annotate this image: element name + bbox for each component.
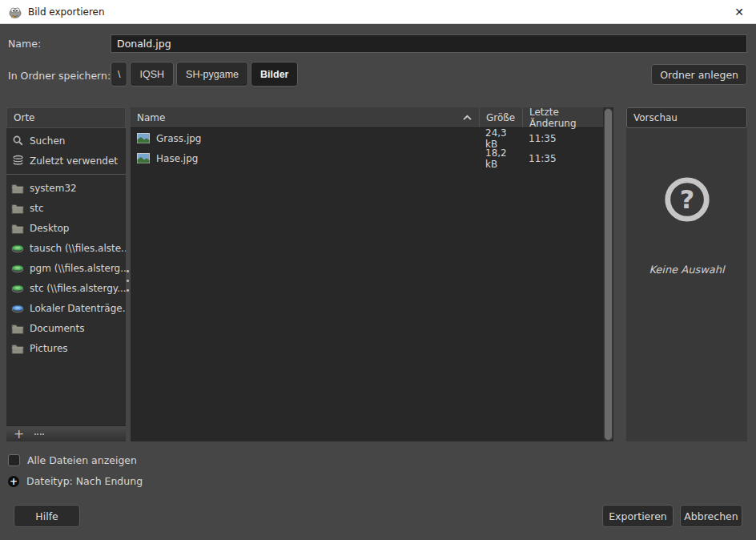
sidebar-item-label: Suchen — [30, 135, 65, 147]
file-name: Grass.jpg — [156, 133, 201, 144]
folder-icon — [11, 342, 24, 355]
column-header-modified[interactable]: Letzte Änderung — [522, 107, 603, 127]
sidebar-item-label: Zuletzt verwendet — [30, 155, 118, 167]
sort-ascending-icon — [462, 115, 472, 121]
export-button[interactable]: Exportieren — [602, 505, 674, 527]
sidebar-item-zuletzt-verwendet[interactable]: Zuletzt verwendet — [6, 151, 126, 171]
add-bookmark-button[interactable]: + — [14, 429, 24, 440]
create-folder-button[interactable]: Ordner anlegen — [651, 64, 747, 85]
titlebar: Bild exportieren ✕ — [0, 0, 756, 24]
sidebar-item-label: pgm (\\files.alsterg... — [30, 263, 126, 274]
scrollbar-thumb[interactable] — [604, 108, 613, 441]
remove-bookmark-button[interactable] — [34, 433, 44, 435]
file-size: 18,2 kB — [479, 147, 522, 170]
file-list-scrollbar[interactable] — [603, 107, 613, 441]
folder-icon — [11, 222, 24, 235]
name-label: Name: — [8, 38, 41, 50]
export-image-dialog: Bild exportieren ✕ Name: In Ordner speic… — [0, 0, 756, 540]
breadcrumb-bilder-button[interactable]: Bilder — [251, 62, 298, 87]
file-size: 24,3 kB — [479, 127, 522, 150]
places-header: Orte — [6, 107, 126, 128]
file-modified: 11:35 — [522, 133, 603, 144]
sidebar-item-tausch[interactable]: tausch (\\files.alste... — [6, 238, 126, 258]
sidebar-item-suchen[interactable]: Suchen — [6, 131, 126, 151]
sidebar-item-documents[interactable]: Documents — [6, 318, 126, 338]
show-all-files-label: Alle Dateien anzeigen — [27, 454, 137, 466]
file-list: Name Größe Letzte Änderung — [131, 107, 613, 441]
sidebar-item-system32[interactable]: system32 — [6, 178, 126, 198]
sidebar-item-label: system32 — [30, 183, 77, 194]
image-file-icon — [137, 133, 150, 143]
file-row-hase[interactable]: Hase.jpg 18,2 kB 11:35 — [131, 148, 603, 168]
pane-splitter[interactable] — [126, 107, 130, 441]
folder-icon — [11, 202, 24, 215]
sidebar-item-label: tausch (\\files.alste... — [30, 243, 126, 254]
sidebar-item-stc[interactable]: stc — [6, 198, 126, 218]
recent-icon — [11, 155, 24, 167]
network-drive-icon — [11, 242, 24, 255]
file-list-main: Name Größe Letzte Änderung — [131, 107, 603, 441]
cancel-button[interactable]: Abbrechen — [680, 505, 742, 527]
search-icon — [11, 135, 24, 147]
window-title: Bild exportieren — [28, 6, 105, 18]
breadcrumb-root-button[interactable]: \ — [111, 62, 127, 87]
column-header-name[interactable]: Name — [131, 107, 479, 127]
expander-plus-icon[interactable]: + — [8, 476, 19, 487]
filetype-expander[interactable]: + Dateityp: Nach Endung — [8, 475, 143, 487]
file-name: Hase.jpg — [156, 153, 198, 164]
sidebar-separator — [6, 174, 126, 175]
breadcrumb-sh-pygame-button[interactable]: SH-pygame — [176, 62, 248, 87]
save-in-folder-label: In Ordner speichern: — [8, 70, 111, 82]
sidebar-item-lokaler-datentraeger[interactable]: Lokaler Datenträge... — [6, 298, 126, 318]
sidebar-item-label: stc (\\files.alstergy... — [30, 283, 126, 294]
places-panel: Orte Suchen — [6, 107, 126, 441]
sidebar-item-label: Pictures — [30, 343, 68, 354]
places-list: Suchen Zuletzt verwendet system32 — [6, 128, 126, 425]
column-header-size[interactable]: Größe — [479, 107, 522, 127]
sidebar-item-stc-network[interactable]: stc (\\files.alstergy... — [6, 278, 126, 298]
preview-empty-text: Keine Auswahl — [649, 264, 724, 276]
sidebar-item-label: Documents — [30, 323, 84, 334]
network-drive-icon — [11, 262, 24, 275]
filetype-label: Dateityp: Nach Endung — [26, 475, 143, 487]
sidebar-item-pgm[interactable]: pgm (\\files.alsterg... — [6, 258, 126, 278]
show-all-files-checkbox[interactable] — [8, 454, 20, 466]
show-all-files-option: Alle Dateien anzeigen — [8, 454, 137, 466]
breadcrumb-iqsh-button[interactable]: IQSH — [130, 62, 174, 87]
gimp-wilber-icon — [8, 5, 22, 19]
preview-header: Vorschau — [626, 107, 747, 128]
help-button[interactable]: Hilfe — [14, 505, 80, 527]
sidebar-item-label: Lokaler Datenträge... — [30, 303, 126, 314]
folder-icon — [11, 322, 24, 335]
file-list-header: Name Größe Letzte Änderung — [131, 107, 603, 128]
file-modified: 11:35 — [522, 153, 603, 164]
file-row-grass[interactable]: Grass.jpg 24,3 kB 11:35 — [131, 128, 603, 148]
places-toolbar: + — [6, 425, 126, 441]
svg-text:?: ? — [679, 184, 694, 215]
image-file-icon — [137, 153, 150, 163]
close-icon[interactable]: ✕ — [730, 3, 748, 21]
sidebar-item-label: Desktop — [30, 223, 70, 234]
filename-input[interactable] — [111, 34, 747, 53]
sidebar-item-pictures[interactable]: Pictures — [6, 338, 126, 358]
sidebar-item-label: stc — [30, 203, 44, 214]
preview-panel: Vorschau ? Keine Auswahl — [626, 107, 747, 441]
question-mark-icon: ? — [662, 175, 712, 227]
sidebar-item-desktop[interactable]: Desktop — [6, 218, 126, 238]
folder-icon — [11, 182, 24, 195]
local-drive-icon — [11, 302, 24, 315]
breadcrumb: \ IQSH SH-pygame Bilder — [111, 62, 298, 87]
network-drive-icon — [11, 282, 24, 295]
